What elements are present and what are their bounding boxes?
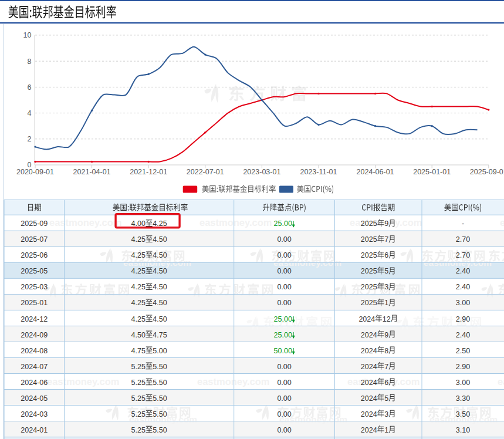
svg-text:2.90: 2.90	[456, 363, 470, 371]
svg-text:5.25: 5.25	[131, 410, 146, 418]
svg-text:5.50: 5.50	[153, 379, 167, 387]
svg-text:2024: 2024	[361, 331, 377, 339]
svg-text:3.00: 3.00	[456, 299, 470, 307]
svg-text:2024-01: 2024-01	[21, 426, 48, 434]
svg-text:2024: 2024	[361, 347, 377, 355]
svg-text:2024: 2024	[361, 410, 377, 418]
svg-text:2.70: 2.70	[456, 251, 470, 259]
svg-text:0.00: 0.00	[277, 251, 291, 259]
svg-text:4.50: 4.50	[153, 315, 167, 323]
svg-text:2025-09-01: 2025-09-01	[470, 168, 504, 176]
svg-text:7: 7	[384, 235, 388, 244]
svg-text:2025: 2025	[361, 235, 377, 244]
svg-text:2: 2	[28, 135, 32, 143]
svg-text:2020-09-01: 2020-09-01	[16, 168, 54, 176]
svg-text:2.90: 2.90	[456, 315, 470, 323]
svg-text:2.50: 2.50	[456, 347, 470, 355]
svg-text:2.40: 2.40	[456, 267, 470, 275]
svg-text:5: 5	[384, 267, 388, 275]
svg-text:4: 4	[28, 109, 32, 117]
svg-text:1: 1	[384, 426, 388, 434]
svg-text:eastmoney.com: eastmoney.com	[498, 376, 504, 387]
svg-text:2025: 2025	[361, 251, 377, 259]
svg-text:0.00: 0.00	[277, 267, 291, 275]
svg-text:7: 7	[384, 363, 388, 371]
svg-text:5.00: 5.00	[153, 347, 167, 355]
svg-text:4.25: 4.25	[131, 251, 146, 259]
svg-text:2024-03: 2024-03	[21, 410, 48, 418]
svg-text:2024-05: 2024-05	[21, 394, 48, 403]
svg-text:5.25: 5.25	[131, 426, 146, 434]
svg-text:2024-12: 2024-12	[21, 315, 48, 323]
svg-text:0.00: 0.00	[277, 426, 291, 434]
svg-text:2024-06-01: 2024-06-01	[357, 168, 394, 176]
svg-text:-: -	[462, 220, 464, 228]
svg-text:9: 9	[384, 220, 388, 228]
svg-text:5.50: 5.50	[153, 394, 167, 403]
svg-text:5.50: 5.50	[153, 363, 167, 371]
svg-text:4.50: 4.50	[153, 283, 167, 291]
svg-text:2021-04-01: 2021-04-01	[73, 168, 111, 176]
svg-text:2025: 2025	[361, 267, 377, 275]
svg-text:2.40: 2.40	[456, 283, 470, 291]
svg-text:2024-07: 2024-07	[21, 363, 48, 371]
svg-text:8: 8	[28, 58, 32, 66]
svg-text:4.75: 4.75	[131, 347, 146, 355]
svg-text:3.30: 3.30	[456, 394, 470, 403]
svg-text:6: 6	[28, 83, 32, 92]
svg-text:5.50: 5.50	[153, 410, 167, 418]
svg-text:2025-07: 2025-07	[21, 235, 48, 244]
svg-text:25.00: 25.00	[274, 331, 292, 339]
svg-text:2025-03: 2025-03	[21, 283, 48, 291]
svg-text:3: 3	[384, 283, 388, 291]
svg-text:4.50: 4.50	[153, 235, 167, 244]
svg-text:2024-09: 2024-09	[21, 331, 48, 339]
svg-text:2025-09: 2025-09	[21, 220, 48, 228]
svg-text:2023-03-01: 2023-03-01	[243, 168, 280, 176]
svg-text:4.25: 4.25	[131, 299, 146, 307]
svg-text:eastmoney.com: eastmoney.com	[199, 217, 272, 228]
svg-text:3.10: 3.10	[456, 426, 470, 434]
svg-text:10: 10	[23, 31, 32, 39]
svg-text:4.25: 4.25	[131, 283, 146, 291]
svg-text:2024: 2024	[361, 426, 377, 434]
svg-text:9: 9	[384, 331, 388, 339]
svg-text:eastmoney.com: eastmoney.com	[47, 376, 120, 387]
svg-text:4.50: 4.50	[153, 251, 167, 259]
svg-text:0.00: 0.00	[277, 394, 291, 403]
svg-text:4.50: 4.50	[153, 267, 167, 275]
svg-text:2022-07-01: 2022-07-01	[187, 168, 224, 176]
svg-text:2.40: 2.40	[456, 331, 470, 339]
svg-text:2025: 2025	[361, 299, 377, 307]
svg-text:5: 5	[384, 394, 388, 403]
svg-text:12: 12	[383, 315, 391, 323]
svg-text:eastmoney.com: eastmoney.com	[197, 376, 270, 387]
svg-text:2025: 2025	[361, 283, 377, 291]
svg-text:4.25: 4.25	[131, 315, 146, 323]
svg-text:4.25: 4.25	[131, 235, 146, 244]
svg-text:2024-08: 2024-08	[21, 347, 48, 355]
svg-text:5.25: 5.25	[131, 363, 146, 371]
svg-text:2021-12-01: 2021-12-01	[130, 168, 167, 176]
svg-text:6: 6	[384, 251, 388, 259]
svg-text:25.00: 25.00	[274, 220, 292, 228]
svg-text:25.00: 25.00	[274, 315, 292, 323]
svg-text:8: 8	[384, 347, 388, 355]
svg-text:3: 3	[384, 410, 388, 418]
svg-text:2024: 2024	[358, 315, 375, 323]
svg-text:0.00: 0.00	[277, 283, 291, 291]
svg-text:6: 6	[384, 379, 388, 387]
svg-text:2025-06: 2025-06	[21, 251, 48, 259]
svg-text:2025: 2025	[361, 220, 377, 228]
svg-text:0.00: 0.00	[277, 235, 291, 244]
svg-text:0.00: 0.00	[277, 363, 291, 371]
svg-text:2025-01: 2025-01	[21, 299, 48, 307]
svg-text:1: 1	[384, 299, 388, 307]
svg-text:50.00: 50.00	[274, 347, 292, 355]
svg-text:5.50: 5.50	[153, 426, 167, 434]
svg-text:3.50: 3.50	[456, 410, 470, 418]
svg-text:0.00: 0.00	[277, 299, 291, 307]
svg-text:4.50: 4.50	[131, 331, 146, 339]
svg-text:2024: 2024	[361, 394, 377, 403]
svg-text:4.25: 4.25	[131, 267, 146, 275]
